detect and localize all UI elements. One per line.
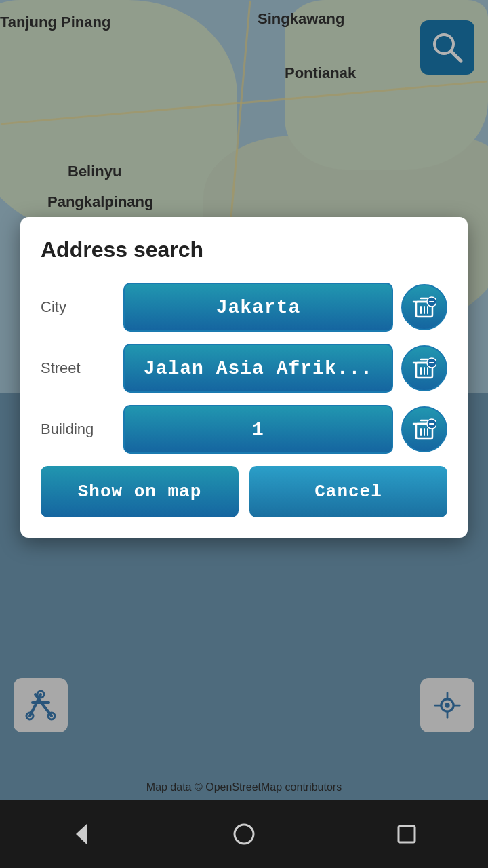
show-on-map-button[interactable]: Show on map: [41, 466, 239, 517]
city-label: City: [41, 298, 115, 316]
svg-rect-40: [399, 826, 415, 842]
city-field-row: City Jakarta: [41, 283, 447, 332]
trash-icon-city: [412, 295, 436, 319]
city-value: Jakarta: [216, 297, 301, 318]
cancel-label: Cancel: [314, 481, 382, 502]
back-icon: [68, 821, 95, 848]
show-on-map-label: Show on map: [78, 481, 202, 502]
building-field-row: Building 1: [41, 405, 447, 454]
cancel-button[interactable]: Cancel: [249, 466, 447, 517]
dialog-title: Address search: [41, 237, 447, 262]
dialog-buttons: Show on map Cancel: [41, 466, 447, 517]
home-icon: [230, 821, 258, 848]
street-label: Street: [41, 359, 115, 377]
building-value: 1: [252, 419, 264, 440]
street-delete-button[interactable]: [401, 345, 447, 391]
city-input[interactable]: Jakarta: [123, 283, 393, 332]
trash-icon-building: [412, 417, 436, 441]
android-nav-bar: [0, 800, 488, 868]
dialog-overlay: Address search City Jakarta: [0, 0, 488, 800]
building-label: Building: [41, 420, 115, 438]
street-field-row: Street Jalan Asia Afrik...: [41, 344, 447, 393]
building-input[interactable]: 1: [123, 405, 393, 454]
street-input[interactable]: Jalan Asia Afrik...: [123, 344, 393, 393]
building-delete-button[interactable]: [401, 406, 447, 452]
street-value: Jalan Asia Afrik...: [144, 358, 373, 379]
address-search-dialog: Address search City Jakarta: [20, 217, 468, 538]
svg-marker-38: [76, 824, 87, 844]
nav-recents-button[interactable]: [386, 814, 427, 854]
nav-home-button[interactable]: [224, 814, 264, 854]
city-delete-button[interactable]: [401, 284, 447, 330]
trash-icon-street: [412, 356, 436, 380]
nav-back-button[interactable]: [61, 814, 102, 854]
svg-point-39: [235, 825, 253, 844]
recents-icon: [393, 821, 420, 848]
